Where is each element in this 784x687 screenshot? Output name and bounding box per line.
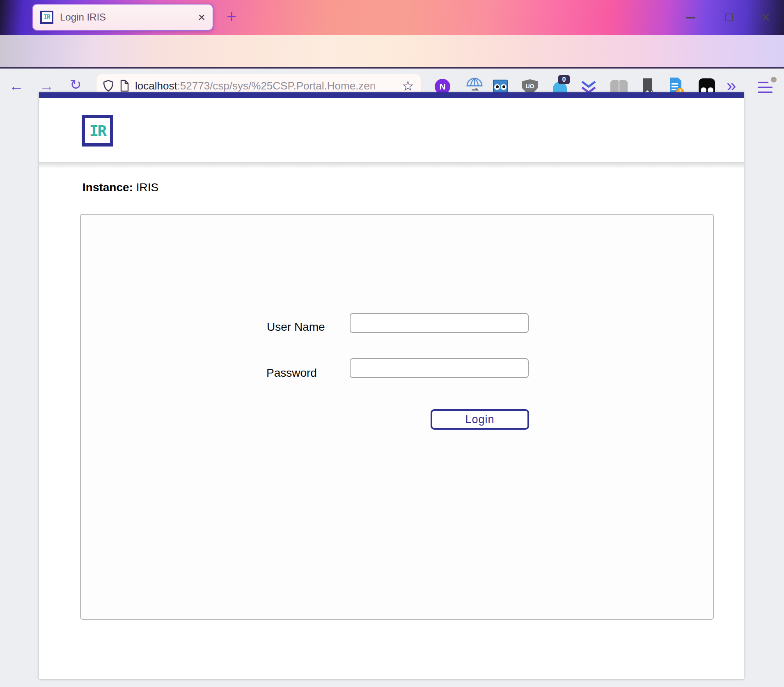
burger-bar — [758, 92, 773, 93]
burger-bar — [758, 82, 768, 83]
page-info-icon[interactable] — [119, 80, 129, 92]
password-input[interactable] — [350, 358, 529, 378]
window-close-icon[interactable]: × — [761, 7, 770, 27]
reload-icon[interactable]: ↻ — [70, 78, 82, 92]
burger-bar — [758, 87, 773, 88]
window-minimize-icon[interactable] — [686, 17, 695, 18]
shield-icon[interactable] — [103, 80, 114, 92]
tab-bar: IR Login IRIS × + × — [0, 0, 784, 35]
browser-window: IR Login IRIS × + × ← → ↻ localhost:5277… — [0, 0, 784, 687]
username-label: User Name — [267, 321, 325, 334]
iris-favicon-icon: IR — [40, 11, 53, 24]
eye-right — [501, 84, 507, 90]
instance-line: Instance: IRIS — [83, 181, 158, 194]
password-label: Password — [266, 366, 317, 380]
new-tab-button[interactable]: + — [223, 7, 240, 27]
url-host: localhost — [135, 80, 177, 92]
back-icon[interactable]: ← — [9, 78, 24, 93]
window-maximize-icon[interactable] — [725, 14, 733, 21]
instance-value: IRIS — [133, 181, 158, 194]
eye-left — [494, 84, 500, 90]
brand-top-bar — [39, 92, 744, 98]
navigation-toolbar: ← → ↻ localhost:52773/csp/sys/%25CSP.Por… — [0, 35, 784, 69]
tab-login-iris[interactable]: IR Login IRIS × — [32, 4, 213, 31]
username-input[interactable] — [350, 313, 529, 333]
ghostery-badge: 0 — [558, 75, 570, 84]
reader-book-icon[interactable] — [610, 80, 628, 94]
menu-hamburger-icon[interactable] — [758, 82, 773, 93]
overflow-chevrons-icon[interactable]: » — [727, 77, 736, 94]
book-left-page — [610, 80, 619, 94]
menu-notification-dot — [771, 77, 777, 82]
login-page-card: IR Instance: IRIS User Name Password Log… — [39, 92, 744, 679]
tab-close-icon[interactable]: × — [198, 11, 205, 23]
bookmark-star-icon[interactable]: ☆ — [402, 79, 414, 93]
header-divider — [39, 162, 744, 169]
login-button[interactable]: Login — [431, 409, 529, 430]
book-right-page — [619, 80, 628, 94]
instance-label: Instance: — [83, 181, 133, 194]
url-text[interactable]: localhost:52773/csp/sys/%25CSP.Portal.Ho… — [135, 80, 396, 92]
url-fade — [367, 80, 396, 92]
forward-icon[interactable]: → — [39, 78, 54, 93]
login-panel: User Name Password Login — [80, 214, 714, 620]
tab-title: Login IRIS — [60, 11, 191, 23]
url-path: :52773/csp/sys/%25CSP.Portal.Home.zen — [177, 80, 376, 92]
iris-logo: IR — [82, 115, 113, 147]
